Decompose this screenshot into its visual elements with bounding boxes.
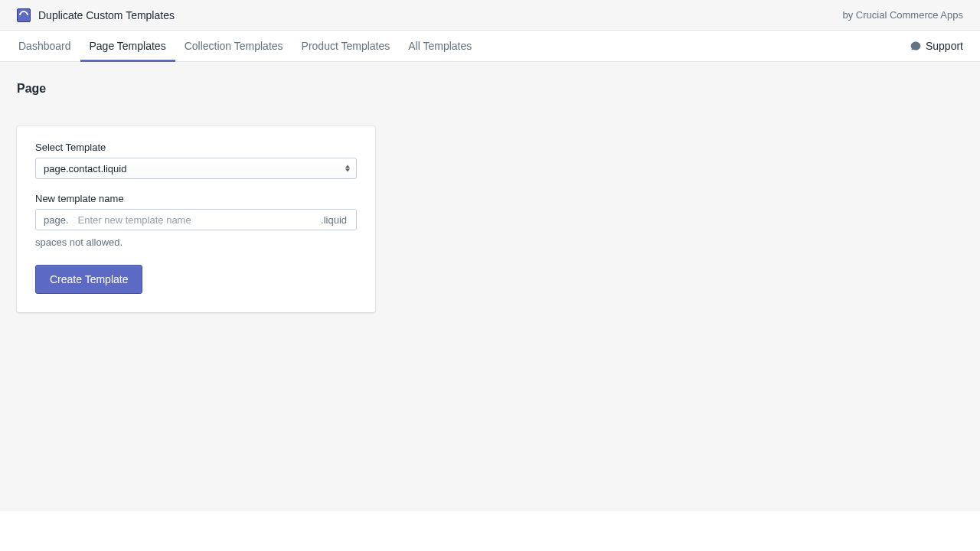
app-icon	[17, 8, 31, 22]
bottom-strip	[0, 511, 980, 551]
main-content: Page Select Template page.contact.liquid…	[0, 62, 980, 332]
support-label: Support	[926, 40, 963, 52]
tab-dashboard[interactable]: Dashboard	[9, 31, 80, 61]
select-template-value: page.contact.liquid	[44, 163, 126, 174]
create-template-card: Select Template page.contact.liquid New …	[17, 126, 375, 312]
app-title: Duplicate Custom Templates	[38, 9, 175, 21]
helper-text: spaces not allowed.	[35, 236, 357, 248]
tab-collection-templates[interactable]: Collection Templates	[175, 31, 292, 61]
byline: by Crucial Commerce Apps	[843, 9, 964, 21]
page-title: Page	[17, 82, 963, 96]
tab-all-templates[interactable]: All Templates	[399, 31, 481, 61]
create-template-button[interactable]: Create Template	[35, 265, 142, 294]
template-name-suffix: .liquid	[313, 210, 356, 230]
select-template-dropdown[interactable]: page.contact.liquid	[35, 158, 357, 179]
new-template-name-group: page. .liquid	[35, 209, 357, 230]
chat-icon	[910, 41, 921, 51]
tab-page-templates[interactable]: Page Templates	[80, 31, 175, 61]
nav-bar: Dashboard Page Templates Collection Temp…	[0, 31, 980, 62]
top-bar-left: Duplicate Custom Templates	[17, 8, 175, 22]
template-name-prefix: page.	[36, 210, 77, 230]
support-link[interactable]: Support	[910, 31, 971, 61]
top-bar: Duplicate Custom Templates by Crucial Co…	[0, 0, 980, 31]
tab-product-templates[interactable]: Product Templates	[292, 31, 400, 61]
nav-tabs: Dashboard Page Templates Collection Temp…	[9, 31, 481, 61]
new-template-name-label: New template name	[35, 193, 357, 204]
new-template-name-input[interactable]	[77, 210, 313, 230]
select-arrows-icon	[345, 165, 350, 172]
select-template-label: Select Template	[35, 142, 357, 153]
